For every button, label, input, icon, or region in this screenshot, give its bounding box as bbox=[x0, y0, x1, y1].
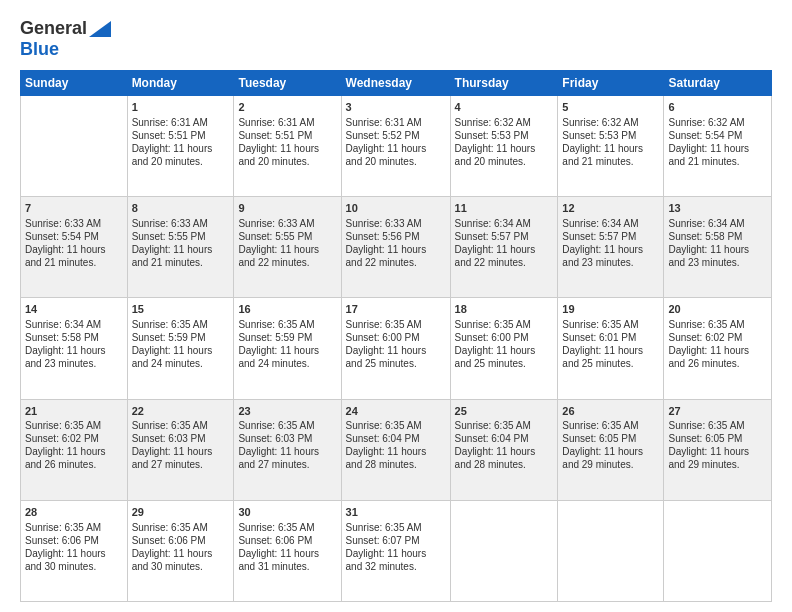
day-info: Sunset: 5:51 PM bbox=[238, 129, 336, 142]
day-info: Daylight: 11 hours and 24 minutes. bbox=[132, 344, 230, 370]
day-info: Sunset: 5:56 PM bbox=[346, 230, 446, 243]
day-info: Daylight: 11 hours and 22 minutes. bbox=[238, 243, 336, 269]
day-cell: 7Sunrise: 6:33 AMSunset: 5:54 PMDaylight… bbox=[21, 197, 128, 298]
day-info: Daylight: 11 hours and 31 minutes. bbox=[238, 547, 336, 573]
day-cell bbox=[21, 96, 128, 197]
day-number: 8 bbox=[132, 201, 230, 216]
day-number: 14 bbox=[25, 302, 123, 317]
day-info: Sunset: 6:03 PM bbox=[238, 432, 336, 445]
day-cell: 26Sunrise: 6:35 AMSunset: 6:05 PMDayligh… bbox=[558, 399, 664, 500]
day-number: 27 bbox=[668, 404, 767, 419]
day-number: 17 bbox=[346, 302, 446, 317]
day-info: Sunrise: 6:35 AM bbox=[132, 521, 230, 534]
day-header-wednesday: Wednesday bbox=[341, 71, 450, 96]
day-info: Sunset: 6:00 PM bbox=[455, 331, 554, 344]
day-info: Sunrise: 6:35 AM bbox=[346, 521, 446, 534]
day-info: Sunset: 6:06 PM bbox=[238, 534, 336, 547]
day-header-monday: Monday bbox=[127, 71, 234, 96]
day-cell: 11Sunrise: 6:34 AMSunset: 5:57 PMDayligh… bbox=[450, 197, 558, 298]
day-info: Sunrise: 6:33 AM bbox=[238, 217, 336, 230]
day-info: Daylight: 11 hours and 29 minutes. bbox=[668, 445, 767, 471]
day-info: Sunrise: 6:33 AM bbox=[346, 217, 446, 230]
day-number: 19 bbox=[562, 302, 659, 317]
day-number: 6 bbox=[668, 100, 767, 115]
day-cell: 12Sunrise: 6:34 AMSunset: 5:57 PMDayligh… bbox=[558, 197, 664, 298]
day-cell bbox=[450, 500, 558, 601]
day-cell: 20Sunrise: 6:35 AMSunset: 6:02 PMDayligh… bbox=[664, 298, 772, 399]
day-info: Daylight: 11 hours and 32 minutes. bbox=[346, 547, 446, 573]
logo-icon bbox=[89, 21, 111, 37]
day-info: Sunset: 5:55 PM bbox=[238, 230, 336, 243]
day-cell: 13Sunrise: 6:34 AMSunset: 5:58 PMDayligh… bbox=[664, 197, 772, 298]
day-info: Daylight: 11 hours and 26 minutes. bbox=[25, 445, 123, 471]
week-row: 7Sunrise: 6:33 AMSunset: 5:54 PMDaylight… bbox=[21, 197, 772, 298]
day-info: Sunrise: 6:35 AM bbox=[562, 318, 659, 331]
day-cell: 8Sunrise: 6:33 AMSunset: 5:55 PMDaylight… bbox=[127, 197, 234, 298]
day-cell: 18Sunrise: 6:35 AMSunset: 6:00 PMDayligh… bbox=[450, 298, 558, 399]
day-info: Sunrise: 6:32 AM bbox=[668, 116, 767, 129]
day-cell: 21Sunrise: 6:35 AMSunset: 6:02 PMDayligh… bbox=[21, 399, 128, 500]
day-number: 22 bbox=[132, 404, 230, 419]
day-cell: 14Sunrise: 6:34 AMSunset: 5:58 PMDayligh… bbox=[21, 298, 128, 399]
day-info: Sunrise: 6:35 AM bbox=[238, 419, 336, 432]
day-info: Sunrise: 6:34 AM bbox=[455, 217, 554, 230]
calendar: SundayMondayTuesdayWednesdayThursdayFrid… bbox=[20, 70, 772, 602]
day-info: Sunset: 6:05 PM bbox=[668, 432, 767, 445]
day-cell: 29Sunrise: 6:35 AMSunset: 6:06 PMDayligh… bbox=[127, 500, 234, 601]
day-cell: 9Sunrise: 6:33 AMSunset: 5:55 PMDaylight… bbox=[234, 197, 341, 298]
logo: General Blue bbox=[20, 18, 111, 60]
day-info: Sunset: 5:57 PM bbox=[455, 230, 554, 243]
day-info: Daylight: 11 hours and 20 minutes. bbox=[238, 142, 336, 168]
day-number: 15 bbox=[132, 302, 230, 317]
day-info: Sunrise: 6:35 AM bbox=[668, 318, 767, 331]
day-cell bbox=[664, 500, 772, 601]
day-info: Sunrise: 6:34 AM bbox=[668, 217, 767, 230]
page: General Blue SundayMondayTuesdayWednesda… bbox=[0, 0, 792, 612]
day-info: Sunset: 5:59 PM bbox=[132, 331, 230, 344]
day-info: Daylight: 11 hours and 30 minutes. bbox=[25, 547, 123, 573]
day-info: Daylight: 11 hours and 21 minutes. bbox=[25, 243, 123, 269]
day-cell: 31Sunrise: 6:35 AMSunset: 6:07 PMDayligh… bbox=[341, 500, 450, 601]
day-number: 12 bbox=[562, 201, 659, 216]
day-header-sunday: Sunday bbox=[21, 71, 128, 96]
day-info: Sunset: 6:05 PM bbox=[562, 432, 659, 445]
day-cell bbox=[558, 500, 664, 601]
week-row: 1Sunrise: 6:31 AMSunset: 5:51 PMDaylight… bbox=[21, 96, 772, 197]
day-cell: 17Sunrise: 6:35 AMSunset: 6:00 PMDayligh… bbox=[341, 298, 450, 399]
day-cell: 30Sunrise: 6:35 AMSunset: 6:06 PMDayligh… bbox=[234, 500, 341, 601]
day-info: Sunset: 5:55 PM bbox=[132, 230, 230, 243]
day-number: 24 bbox=[346, 404, 446, 419]
day-info: Daylight: 11 hours and 24 minutes. bbox=[238, 344, 336, 370]
day-cell: 6Sunrise: 6:32 AMSunset: 5:54 PMDaylight… bbox=[664, 96, 772, 197]
day-info: Sunrise: 6:35 AM bbox=[346, 419, 446, 432]
day-number: 13 bbox=[668, 201, 767, 216]
day-number: 29 bbox=[132, 505, 230, 520]
day-cell: 1Sunrise: 6:31 AMSunset: 5:51 PMDaylight… bbox=[127, 96, 234, 197]
day-info: Daylight: 11 hours and 27 minutes. bbox=[238, 445, 336, 471]
day-info: Daylight: 11 hours and 20 minutes. bbox=[132, 142, 230, 168]
day-number: 1 bbox=[132, 100, 230, 115]
day-number: 25 bbox=[455, 404, 554, 419]
day-number: 23 bbox=[238, 404, 336, 419]
day-info: Sunset: 5:53 PM bbox=[455, 129, 554, 142]
day-info: Sunrise: 6:34 AM bbox=[562, 217, 659, 230]
day-info: Sunrise: 6:31 AM bbox=[132, 116, 230, 129]
day-number: 4 bbox=[455, 100, 554, 115]
day-number: 21 bbox=[25, 404, 123, 419]
day-cell: 5Sunrise: 6:32 AMSunset: 5:53 PMDaylight… bbox=[558, 96, 664, 197]
day-number: 16 bbox=[238, 302, 336, 317]
day-cell: 23Sunrise: 6:35 AMSunset: 6:03 PMDayligh… bbox=[234, 399, 341, 500]
day-info: Sunset: 5:51 PM bbox=[132, 129, 230, 142]
day-info: Sunrise: 6:31 AM bbox=[238, 116, 336, 129]
day-cell: 10Sunrise: 6:33 AMSunset: 5:56 PMDayligh… bbox=[341, 197, 450, 298]
svg-marker-0 bbox=[89, 21, 111, 37]
day-cell: 28Sunrise: 6:35 AMSunset: 6:06 PMDayligh… bbox=[21, 500, 128, 601]
day-info: Daylight: 11 hours and 29 minutes. bbox=[562, 445, 659, 471]
day-info: Sunset: 5:58 PM bbox=[668, 230, 767, 243]
day-info: Daylight: 11 hours and 21 minutes. bbox=[562, 142, 659, 168]
day-header-saturday: Saturday bbox=[664, 71, 772, 96]
day-info: Daylight: 11 hours and 30 minutes. bbox=[132, 547, 230, 573]
day-info: Daylight: 11 hours and 23 minutes. bbox=[562, 243, 659, 269]
day-cell: 4Sunrise: 6:32 AMSunset: 5:53 PMDaylight… bbox=[450, 96, 558, 197]
calendar-body: 1Sunrise: 6:31 AMSunset: 5:51 PMDaylight… bbox=[21, 96, 772, 602]
